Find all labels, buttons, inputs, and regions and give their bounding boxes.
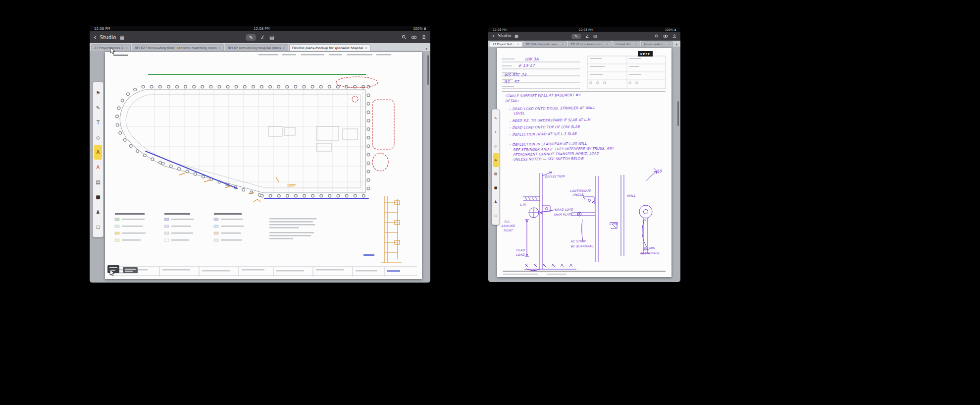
measure-tool-icon[interactable]: ∠	[260, 35, 265, 40]
left-tablet-window: 12:08 PM 12:08 PM 100% ▮ ‹ Studio ▦ ✎ ∠ …	[90, 26, 430, 283]
document-tab[interactable]: Jobsite walk notes ×	[641, 41, 673, 47]
eraser-tool-icon[interactable]: ◻	[493, 209, 499, 223]
tab-overflow-button[interactable]: ▾	[674, 43, 679, 47]
wall-section-detail-sketch	[381, 196, 402, 263]
status-bar: 12:08 PM 12:08 PM 100% ▮	[488, 27, 680, 32]
text-tool-icon[interactable]: T	[94, 115, 102, 130]
vertical-scrollbar[interactable]	[427, 55, 429, 85]
status-time-center: 12:08 PM	[579, 28, 593, 31]
app-toolbar: ‹ Studio ▦ ✎ ∠ ▤	[488, 32, 680, 41]
annotate-pencil-icon[interactable]: ✎	[571, 34, 581, 39]
pen-tool-icon[interactable]: ✎	[493, 112, 499, 125]
studio-title[interactable]: Studio	[498, 34, 511, 38]
right-tablet-window: 12:08 PM 12:08 PM 100% ▮ ‹ Studio ▦ ✎ ∠ …	[488, 27, 680, 282]
sketch-label[interactable]: AROUND	[501, 224, 515, 228]
label-tool-icon[interactable]: A	[94, 160, 102, 174]
link-icon[interactable]	[411, 35, 417, 40]
note-tool-icon[interactable]: ▤	[94, 174, 102, 189]
document-tab[interactable]: RFI 034 Concrete covered specialist ×	[523, 41, 567, 47]
sketch-label[interactable]: AC STRAP	[570, 239, 586, 243]
studio-title[interactable]: Studio	[100, 35, 116, 40]
detail-reference-tag[interactable]	[363, 254, 374, 256]
annotate-pencil-icon[interactable]: ✎	[246, 34, 256, 41]
sketch-label[interactable]: CURB	[609, 222, 618, 225]
sketch-label[interactable]: W/ MIN.	[644, 246, 656, 250]
shape-tool-icon[interactable]: ◇	[94, 130, 102, 145]
interior-partitions	[268, 126, 358, 151]
stamp-tool-icon[interactable]: ♟	[493, 195, 499, 209]
markup-list-icon[interactable]: ▤	[593, 34, 597, 39]
sketch-label[interactable]: ALL	[504, 220, 510, 223]
tab-close-icon[interactable]: ×	[606, 43, 609, 46]
search-icon[interactable]	[655, 34, 659, 38]
measure-tool-icon[interactable]: ∠	[585, 34, 589, 39]
sketch-label[interactable]: 50	[657, 169, 662, 174]
tab-close-icon[interactable]: ×	[668, 43, 671, 46]
profile-icon[interactable]	[421, 35, 426, 40]
document-tab[interactable]: Curbed details ×	[613, 41, 640, 47]
document-tab[interactable]: RFI 07 remodeling hospital notes ×	[225, 44, 288, 51]
document-tab-bar: 27 Project Notes 1 × RFI 027 Renovating …	[90, 43, 430, 51]
sketch-label[interactable]: SHIM PLATE	[554, 213, 572, 217]
mouse-cursor-secondary	[109, 269, 115, 279]
highlight-tool-icon[interactable]: A	[493, 153, 499, 167]
tab-close-icon[interactable]: ×	[517, 43, 519, 46]
floorplan-page[interactable]	[105, 52, 422, 279]
tab-close-icon[interactable]: ×	[635, 43, 637, 46]
sketch-label[interactable]: DEFLECTION	[545, 174, 565, 178]
floorplan-drawing	[105, 52, 422, 279]
sketch-label[interactable]: CONTINUOUS	[569, 189, 591, 193]
sketch-label[interactable]: TIGHT	[503, 229, 513, 232]
document-viewport[interactable]: KPFF UW 3A # 13-17 WS RTC 24 RS - ST STA…	[488, 47, 680, 282]
document-tab-bar: 27 Project Notes 1 × RFI 034 Concrete co…	[488, 41, 680, 47]
tab-close-icon[interactable]: ×	[282, 46, 285, 50]
video-frame: 12:08 PM 12:08 PM 100% ▮ ‹ Studio ▦ ✎ ∠ …	[0, 0, 980, 405]
document-tab[interactable]: Flexible plans-mockup for specialist hos…	[289, 44, 370, 51]
field-notes-page[interactable]: KPFF UW 3A # 13-17 WS RTC 24 RS - ST STA…	[497, 48, 671, 277]
eraser-tool-icon[interactable]: ◻	[94, 219, 102, 234]
tool-glyph: A	[97, 165, 100, 170]
vertical-scrollbar[interactable]	[677, 101, 679, 126]
markup-list-icon[interactable]: ▤	[269, 35, 274, 40]
sketch-label[interactable]: L.M.	[520, 203, 526, 206]
sketch-label[interactable]: DEAD	[516, 248, 525, 252]
stamp-tool-icon[interactable]: ♟	[94, 204, 102, 219]
tab-overflow-button[interactable]: ▾	[424, 47, 429, 51]
back-button[interactable]: ‹	[492, 33, 494, 39]
flag-tool-icon[interactable]: ⚑	[94, 85, 102, 100]
document-tab[interactable]: RFI 07 structural concrete notes ×	[568, 41, 612, 47]
note-tool-icon[interactable]: ▤	[493, 167, 499, 181]
tool-glyph: ♟	[494, 200, 497, 204]
document-tab[interactable]: 27 Project Notes 1 ×	[490, 41, 522, 47]
tab-label: Jobsite walk notes	[644, 43, 667, 46]
sketch-label[interactable]: ANGLE	[572, 193, 583, 196]
document-tab[interactable]: RFI 027 Renovating floor, concrete match…	[132, 44, 224, 51]
back-button[interactable]: ‹	[94, 34, 97, 41]
sketch-label[interactable]: W/ GUARDRAIL	[570, 244, 594, 248]
sketch-label[interactable]: LOAD	[516, 253, 524, 256]
link-icon[interactable]	[663, 34, 668, 38]
image-tool-icon[interactable]: ■	[94, 189, 102, 204]
thumbnails-grid-icon[interactable]: ▦	[120, 35, 124, 40]
sketch-label[interactable]: DEAD LOAD	[555, 208, 573, 212]
thumbnails-grid-icon[interactable]: ▦	[515, 34, 518, 38]
sketch-label[interactable]: ANCHORAGE	[640, 251, 660, 255]
status-time-center: 12:08 PM	[254, 27, 270, 31]
mouse-cursor	[110, 47, 116, 57]
tab-close-icon[interactable]: ×	[562, 43, 564, 46]
tab-close-icon[interactable]: ×	[218, 46, 221, 50]
shape-tool-icon[interactable]: ◇	[493, 139, 499, 153]
image-tool-icon[interactable]: ■	[493, 181, 499, 195]
text-tool-icon[interactable]: T	[493, 125, 499, 139]
tab-close-icon[interactable]: ×	[365, 46, 367, 50]
pen-tool-icon[interactable]: ✎	[94, 100, 102, 115]
tool-glyph: ♟	[96, 209, 101, 215]
tab-close-icon[interactable]: ×	[125, 46, 128, 50]
highlight-tool-icon[interactable]: A	[94, 145, 102, 160]
column-grid-lines	[117, 87, 368, 196]
tab-label: RFI 07 remodeling hospital notes	[228, 46, 281, 50]
profile-icon[interactable]	[672, 34, 676, 38]
search-icon[interactable]	[402, 35, 407, 40]
sketch-label[interactable]: WALL	[627, 194, 635, 197]
document-viewport[interactable]: ⚑ ✎ T ◇ A	[90, 51, 430, 283]
